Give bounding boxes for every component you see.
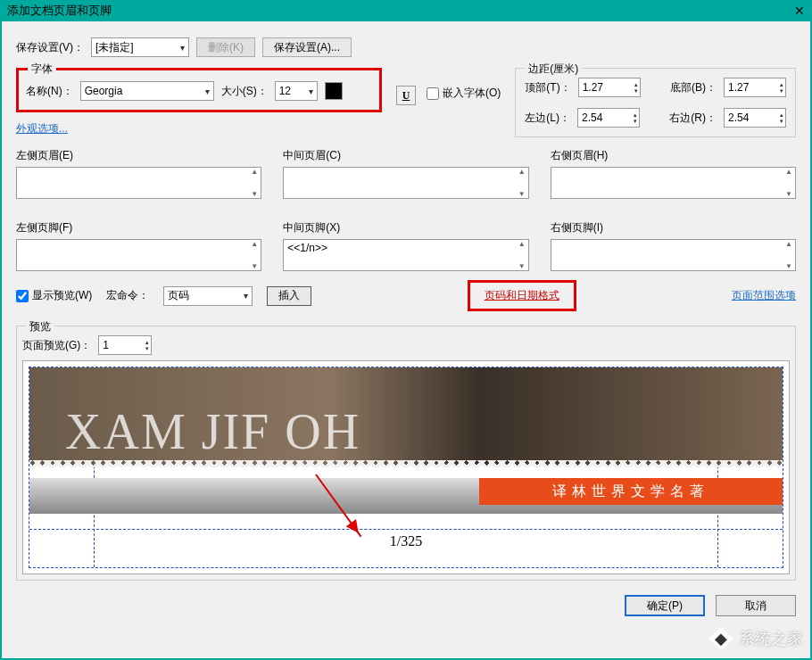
preview-canvas: XAM JIF OH 译林世界文学名著 1/325 (22, 360, 790, 574)
preview-legend: 预览 (26, 319, 54, 334)
cancel-button[interactable]: 取消 (716, 595, 796, 616)
embed-font-checkbox[interactable]: 嵌入字体(O) (427, 86, 501, 101)
center-footer-label: 中间页脚(X) (283, 220, 528, 235)
right-header-label: 右侧页眉(H) (551, 148, 796, 163)
embed-font-input[interactable] (427, 87, 439, 100)
watermark-logo-icon: ◆ (708, 626, 733, 651)
font-name-dropdown[interactable]: Georgia (80, 81, 214, 101)
preview-page-input[interactable]: 1 (98, 335, 152, 355)
scroll-icon[interactable]: ▲▼ (516, 168, 528, 198)
macro-dropdown[interactable]: 页码 (163, 286, 253, 306)
save-preset-dropdown[interactable]: [未指定] (91, 37, 189, 57)
font-name-label: 名称(N)： (26, 84, 73, 99)
ok-button[interactable]: 确定(P) (625, 595, 705, 616)
site-watermark: ◆ 系统之家 (708, 626, 803, 651)
margin-left-label: 左边(L)： (525, 111, 570, 126)
left-footer-input[interactable]: ▲▼ (16, 239, 261, 271)
preview-fieldset: 预览 页面预览(G)： 1 XAM JIF OH 译林世界 (16, 326, 796, 581)
preview-red-band: 译林世界文学名著 (479, 478, 783, 505)
close-icon[interactable]: ✕ (791, 2, 808, 20)
macro-label: 宏命令： (106, 288, 149, 303)
save-settings-row: 保存设置(V)： [未指定] 删除(K) 保存设置(A)... (16, 37, 796, 57)
show-preview-input[interactable] (16, 290, 29, 302)
margin-right-input[interactable]: 2.54 (724, 108, 786, 128)
right-header-input[interactable]: ▲▼ (551, 167, 796, 199)
left-header-label: 左侧页眉(E) (16, 148, 261, 163)
scroll-icon[interactable]: ▲▼ (248, 240, 261, 270)
preview-header-text: XAM JIF OH (65, 403, 360, 460)
scroll-icon[interactable]: ▲▼ (783, 168, 795, 198)
left-header-input[interactable]: ▲▼ (16, 167, 261, 199)
preview-page-label: 页面预览(G)： (22, 338, 91, 353)
underline-button[interactable]: U (396, 86, 416, 105)
center-footer-input[interactable]: <<1/n>> ▲▼ (283, 239, 528, 271)
insert-button[interactable]: 插入 (267, 286, 311, 306)
margins-legend: 边距(厘米) (525, 62, 582, 77)
font-size-dropdown[interactable]: 12 (275, 81, 318, 101)
titlebar: 添加文档页眉和页脚 ✕ (0, 0, 812, 21)
right-footer-input[interactable]: ▲▼ (551, 239, 796, 271)
margin-bottom-input[interactable]: 1.27 (724, 78, 786, 97)
margin-top-label: 顶部(T)： (525, 80, 570, 95)
center-header-label: 中间页眉(C) (283, 148, 528, 163)
delete-button: 删除(K) (196, 37, 255, 57)
show-preview-checkbox[interactable]: 显示预览(W) (16, 288, 92, 303)
center-header-input[interactable]: ▲▼ (283, 167, 528, 199)
save-settings-label: 保存设置(V)： (16, 40, 84, 55)
scroll-icon[interactable]: ▲▼ (783, 240, 795, 270)
window-title: 添加文档页眉和页脚 (7, 3, 112, 19)
appearance-link[interactable]: 外观选项... (16, 121, 382, 136)
margin-left-input[interactable]: 2.54 (577, 108, 640, 128)
scroll-icon[interactable]: ▲▼ (516, 240, 528, 270)
margin-bottom-label: 底部(B)： (670, 80, 717, 95)
preview-page-number: 1/325 (29, 533, 783, 549)
margin-right-label: 右边(R)： (669, 111, 717, 126)
page-range-link[interactable]: 页面范围选项 (732, 288, 796, 303)
left-footer-label: 左侧页脚(F) (16, 220, 261, 235)
page-date-format-link[interactable]: 页码和日期格式 (485, 289, 559, 301)
font-legend: 字体 (28, 62, 56, 77)
margin-top-input[interactable]: 1.27 (578, 78, 641, 97)
margins-fieldset: 边距(厘米) 顶部(T)： 1.27 底部(B)： 1.27 左边(L)： 2.… (515, 68, 796, 137)
right-footer-label: 右侧页脚(I) (551, 220, 796, 235)
font-size-label: 大小(S)： (221, 84, 268, 99)
font-color-swatch[interactable] (325, 82, 343, 100)
save-as-button[interactable]: 保存设置(A)... (262, 37, 352, 57)
font-fieldset: 字体 名称(N)： Georgia 大小(S)： 12 (16, 68, 382, 112)
scroll-icon[interactable]: ▲▼ (248, 168, 261, 198)
